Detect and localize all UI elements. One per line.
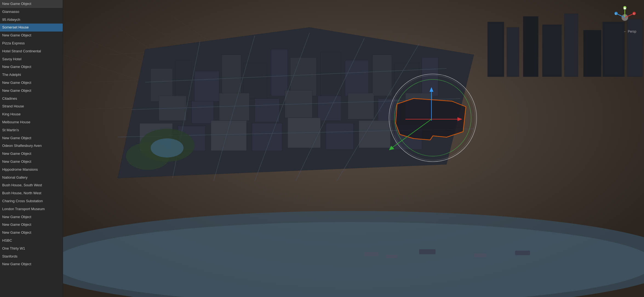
svg-rect-73 [419, 249, 436, 254]
svg-point-59 [151, 138, 184, 158]
svg-rect-28 [345, 60, 368, 96]
svg-rect-25 [271, 49, 288, 96]
svg-rect-17 [603, 22, 625, 77]
svg-rect-46 [326, 123, 353, 149]
svg-rect-34 [219, 93, 249, 121]
sidebar-item-8[interactable]: New Game Object [0, 63, 63, 71]
svg-rect-14 [542, 25, 562, 77]
svg-rect-71 [364, 252, 378, 256]
sidebar-item-26[interactable]: London Transport Museum [0, 205, 63, 213]
viewport-gizmo: y x z [614, 5, 636, 27]
sidebar-item-33[interactable]: New Game Object [0, 260, 63, 268]
svg-point-10 [63, 222, 644, 297]
sidebar-item-22[interactable]: National Gallery [0, 174, 63, 182]
sidebar-item-18[interactable]: Odeon Shaftesbury Aven [0, 142, 63, 150]
svg-rect-12 [507, 27, 519, 77]
svg-rect-26 [290, 58, 316, 96]
sidebar-item-9[interactable]: The Adelphi [0, 71, 63, 79]
sidebar-item-23[interactable]: Bush House, South West [0, 181, 63, 189]
sidebar-item-20[interactable]: New Game Object [0, 158, 63, 166]
sidebar-item-31[interactable]: One Thirty W1 [0, 245, 63, 253]
sidebar-item-4[interactable]: New Game Object [0, 32, 63, 39]
sidebar-item-10[interactable]: New Game Object [0, 79, 63, 87]
sidebar-item-6[interactable]: Hotel Strand Continental [0, 47, 63, 55]
sidebar-item-28[interactable]: New Game Object [0, 221, 63, 229]
sidebar-item-32[interactable]: Stanfords [0, 253, 63, 261]
svg-rect-44 [252, 123, 282, 151]
svg-rect-23 [222, 55, 241, 99]
sidebar-item-15[interactable]: Melbourne House [0, 118, 63, 126]
svg-rect-43 [211, 121, 247, 151]
sidebar-item-13[interactable]: Strand House [0, 102, 63, 110]
svg-rect-22 [194, 71, 219, 101]
sidebar-item-16[interactable]: St Martin's [0, 126, 63, 134]
svg-rect-72 [386, 255, 397, 258]
sidebar-item-2[interactable]: 95 Aldwych [0, 16, 63, 24]
scene-background [63, 0, 644, 297]
svg-text:x: x [633, 12, 635, 15]
svg-rect-33 [192, 101, 214, 123]
svg-rect-47 [359, 121, 390, 148]
svg-rect-18 [627, 19, 642, 77]
svg-rect-15 [564, 14, 578, 77]
svg-rect-35 [255, 99, 279, 122]
sidebar-item-7[interactable]: Savoy Hotel [0, 55, 63, 63]
svg-rect-38 [348, 93, 374, 119]
svg-rect-37 [318, 96, 341, 121]
svg-text:z: z [615, 12, 617, 15]
sidebar-item-21[interactable]: Hippodrome Mansions [0, 166, 63, 174]
sidebar-item-24[interactable]: Bush House, North West [0, 189, 63, 197]
hierarchy-panel[interactable]: New Game ObjectGiannasso95 AldwychSomers… [0, 0, 63, 297]
sidebar-item-5[interactable]: Pizza Express [0, 39, 63, 47]
sidebar-item-30[interactable]: HSBC [0, 237, 63, 245]
svg-rect-16 [583, 30, 601, 77]
svg-rect-75 [515, 251, 530, 255]
sidebar-item-17[interactable]: New Game Object [0, 134, 63, 142]
sidebar-item-27[interactable]: New Game Object [0, 213, 63, 221]
perspective-label: ← Persp [623, 30, 636, 33]
sidebar-item-11[interactable]: New Game Object [0, 87, 63, 95]
sidebar-item-0[interactable]: New Game Object [0, 0, 63, 8]
svg-rect-31 [422, 58, 438, 96]
svg-rect-13 [523, 16, 538, 77]
sidebar-item-14[interactable]: King House [0, 110, 63, 118]
sidebar-item-29[interactable]: New Game Object [0, 229, 63, 237]
sidebar-item-25[interactable]: Charing Cross Substation [0, 197, 63, 205]
scene-viewport[interactable]: y x z ← Persp [63, 0, 644, 297]
sidebar-item-19[interactable]: New Game Object [0, 150, 63, 158]
sidebar-item-1[interactable]: Giannasso [0, 8, 63, 16]
sidebar-item-12[interactable]: Citadines [0, 95, 63, 103]
svg-rect-29 [373, 55, 392, 96]
svg-rect-74 [474, 253, 486, 257]
svg-rect-11 [488, 22, 504, 77]
sidebar-item-3[interactable]: Somerset House [0, 24, 63, 32]
